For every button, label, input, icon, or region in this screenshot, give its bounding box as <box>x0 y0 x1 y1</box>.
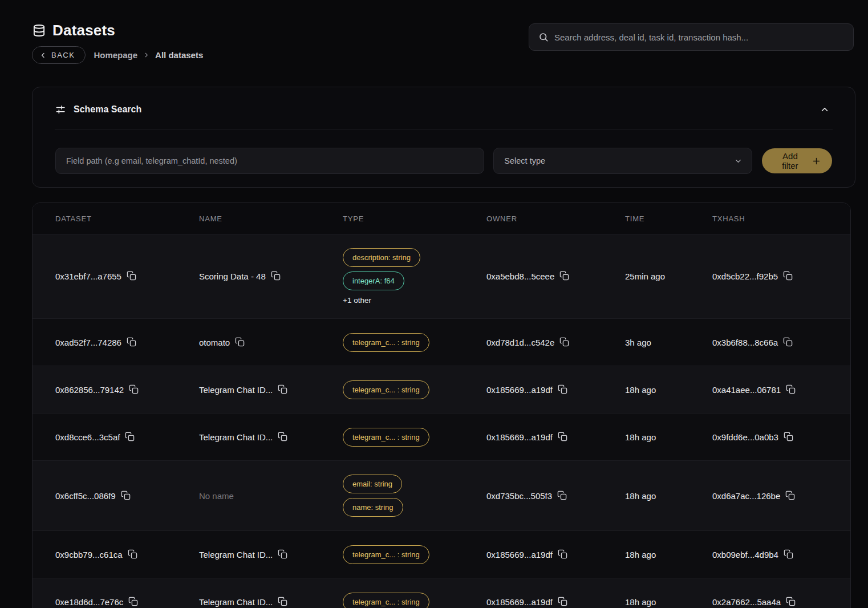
tx-hash-cell: 0x9fdd6e...0a0b3 <box>712 432 828 442</box>
table-row[interactable]: 0xd8cce6...3c5afTelegram Chat ID...teleg… <box>33 413 850 460</box>
copy-icon[interactable] <box>127 271 136 281</box>
time-ago-cell: 18h ago <box>625 597 712 607</box>
type-cell: telegram_c... : string <box>343 367 486 413</box>
table-row[interactable]: 0x31ebf7...a7655Scoring Data - 48descrip… <box>33 234 850 318</box>
copy-icon[interactable] <box>783 337 793 347</box>
add-filter-label: Add filter <box>773 151 807 171</box>
type-cell: telegram_c... : string <box>343 319 486 366</box>
field-path-input[interactable] <box>55 148 484 174</box>
search-icon <box>538 32 549 42</box>
copy-icon[interactable] <box>121 491 131 500</box>
dataset-id: 0xe18d6d...7e76c <box>55 597 123 607</box>
copy-icon[interactable] <box>128 549 137 559</box>
copy-icon[interactable] <box>125 432 135 441</box>
back-label: BACK <box>51 51 75 59</box>
schema-search-controls: Select type Add filter <box>55 148 832 174</box>
tx-hash: 0xa41aee...06781 <box>712 385 781 395</box>
dataset-name: No name <box>199 491 234 501</box>
dataset-id-cell: 0x6cff5c...086f9 <box>55 491 199 501</box>
top-bar: Datasets BACK Homepage All da <box>0 0 868 64</box>
time-ago: 25min ago <box>625 271 665 281</box>
copy-icon[interactable] <box>784 432 793 441</box>
page-title: Datasets <box>52 22 115 39</box>
dataset-id-cell: 0xd8cce6...3c5af <box>55 432 199 442</box>
tx-hash: 0xd6a7ac...126be <box>712 491 780 501</box>
owner-address: 0x185669...a19df <box>486 385 553 395</box>
copy-icon[interactable] <box>557 491 567 500</box>
schema-search-header: Schema Search <box>33 87 855 118</box>
type-cell: description: stringintegerA: f64+1 other <box>343 234 486 318</box>
dataset-id: 0x6cff5c...086f9 <box>55 491 116 501</box>
dataset-id-cell: 0x862856...79142 <box>55 385 199 395</box>
table-body: 0x31ebf7...a7655Scoring Data - 48descrip… <box>33 234 850 608</box>
time-ago-cell: 25min ago <box>625 271 712 281</box>
types-more-label: +1 other <box>343 296 371 305</box>
dataset-id-cell: 0x9cbb79...c61ca <box>55 550 199 560</box>
tx-hash-cell: 0x3b6f88...8c66a <box>712 338 828 347</box>
type-badge: name: string <box>343 498 403 517</box>
dataset-name: Telegram Chat ID... <box>199 385 273 395</box>
type-select-value: Select type <box>504 156 545 165</box>
add-filter-button[interactable]: Add filter <box>762 148 832 173</box>
dataset-name: otomato <box>199 338 230 347</box>
copy-icon[interactable] <box>558 384 567 394</box>
table-row[interactable]: 0xad52f7...74286otomatotelegram_c... : s… <box>33 318 850 366</box>
time-ago-cell: 18h ago <box>625 432 712 442</box>
dataset-name-cell: No name <box>199 491 343 501</box>
breadcrumb-homepage[interactable]: Homepage <box>94 50 137 60</box>
table-row[interactable]: 0xe18d6d...7e76cTelegram Chat ID...teleg… <box>33 578 850 608</box>
dataset-name: Telegram Chat ID... <box>199 550 273 560</box>
owner-address-cell: 0x185669...a19df <box>486 385 625 395</box>
back-button[interactable]: BACK <box>32 46 86 64</box>
type-badge: telegram_c... : string <box>343 593 429 608</box>
copy-icon[interactable] <box>129 384 139 394</box>
dataset-name: Telegram Chat ID... <box>199 597 273 607</box>
time-ago: 18h ago <box>625 491 656 501</box>
copy-icon[interactable] <box>278 384 287 394</box>
copy-icon[interactable] <box>559 337 569 347</box>
copy-icon[interactable] <box>786 384 796 394</box>
dataset-id-cell: 0x31ebf7...a7655 <box>55 271 199 281</box>
copy-icon[interactable] <box>271 271 281 281</box>
type-cell: telegram_c... : string <box>343 532 486 578</box>
table-row[interactable]: 0x9cbb79...c61caTelegram Chat ID...teleg… <box>33 530 850 578</box>
copy-icon[interactable] <box>558 549 567 559</box>
time-ago-cell: 18h ago <box>625 385 712 395</box>
type-badge: email: string <box>343 475 402 493</box>
copy-icon[interactable] <box>128 597 138 606</box>
collapse-panel-button[interactable] <box>817 102 832 117</box>
schema-search-panel: Schema Search Select type Add filter <box>32 87 855 188</box>
copy-icon[interactable] <box>784 549 793 559</box>
copy-icon[interactable] <box>278 549 287 559</box>
dataset-name-cell: Scoring Data - 48 <box>199 271 343 281</box>
copy-icon[interactable] <box>783 271 793 281</box>
owner-address-cell: 0x185669...a19df <box>486 550 625 560</box>
search-input[interactable] <box>554 33 844 42</box>
column-header-name: NAME <box>199 214 343 223</box>
table-row[interactable]: 0x862856...79142Telegram Chat ID...teleg… <box>33 366 850 413</box>
copy-icon[interactable] <box>558 597 567 606</box>
dataset-id-cell: 0xe18d6d...7e76c <box>55 597 199 607</box>
tx-hash-cell: 0x2a7662...5aa4a <box>712 597 828 607</box>
table-row[interactable]: 0x6cff5c...086f9No nameemail: stringname… <box>33 460 850 530</box>
time-ago: 18h ago <box>625 385 656 395</box>
panel-divider <box>55 129 833 129</box>
dataset-name: Scoring Data - 48 <box>199 271 266 281</box>
time-ago: 18h ago <box>625 550 656 560</box>
copy-icon[interactable] <box>127 337 136 347</box>
copy-icon[interactable] <box>278 432 287 441</box>
copy-icon[interactable] <box>278 597 287 606</box>
copy-icon[interactable] <box>235 337 245 347</box>
owner-address-cell: 0xd735bc...505f3 <box>486 491 625 501</box>
type-select[interactable]: Select type <box>493 148 752 174</box>
copy-icon[interactable] <box>559 271 569 281</box>
copy-icon[interactable] <box>558 432 567 441</box>
global-search[interactable] <box>529 23 854 51</box>
chevron-right-icon <box>143 52 149 58</box>
type-cell: telegram_c... : string <box>343 414 486 460</box>
owner-address: 0xd78d1d...c542e <box>486 338 554 347</box>
tx-hash: 0x3b6f88...8c66a <box>712 338 778 347</box>
time-ago-cell: 18h ago <box>625 550 712 560</box>
copy-icon[interactable] <box>785 491 795 500</box>
copy-icon[interactable] <box>786 597 796 606</box>
